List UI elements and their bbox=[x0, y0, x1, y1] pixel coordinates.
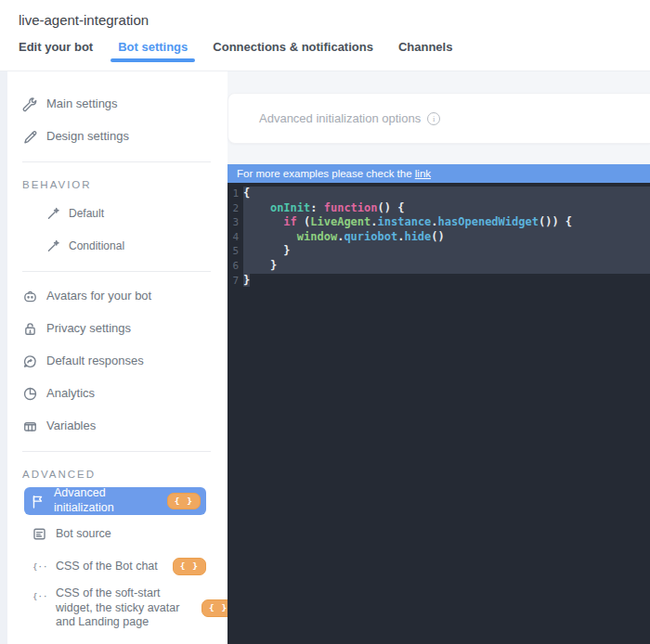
line-number: 5 bbox=[228, 244, 243, 259]
sidebar-item-label: Default bbox=[69, 207, 206, 221]
tab-bot-settings[interactable]: Bot settings bbox=[118, 40, 188, 62]
sidebar-item-label: Bot source bbox=[56, 527, 206, 542]
sidebar-item-avatars-for-your-bot[interactable]: Avatars for your bot bbox=[22, 280, 206, 313]
sidebar-item-main-settings[interactable]: Main settings bbox=[22, 88, 206, 121]
sidebar-item-default[interactable]: Default bbox=[45, 198, 206, 230]
code-badge: { } bbox=[167, 493, 201, 510]
sidebar-item-label: Default responses bbox=[46, 354, 206, 368]
lock-icon bbox=[22, 321, 38, 337]
sidebar-item-label: CSS of the Bot chat bbox=[56, 560, 164, 574]
app-window: live-agent-integration Edit your botBot … bbox=[0, 0, 650, 644]
code-badge: { } bbox=[173, 558, 206, 575]
examples-link[interactable]: link bbox=[415, 168, 431, 179]
sidebar-divider bbox=[22, 451, 211, 452]
sidebar-item-default-responses[interactable]: Default responses bbox=[22, 345, 206, 378]
css-icon: {··} bbox=[32, 588, 47, 604]
tab-channels[interactable]: Channels bbox=[398, 40, 453, 62]
tab-label: Bot settings bbox=[118, 40, 188, 54]
active-tab-underline bbox=[110, 58, 195, 62]
code-text: window.quriobot.hide() bbox=[243, 230, 650, 245]
sidebar-item-label: Design settings bbox=[46, 129, 206, 144]
sidebar-item-label: Avatars for your bot bbox=[46, 289, 206, 303]
code-text: } bbox=[243, 244, 650, 259]
sidebar-item-analytics[interactable]: Analytics bbox=[22, 378, 206, 410]
sidebar-section-behavior: BEHAVIOR bbox=[22, 175, 220, 194]
tab-connections-notifications[interactable]: Connections & notifications bbox=[213, 40, 373, 62]
code-text: } bbox=[243, 274, 650, 289]
advanced-options-card: Advanced initialization options i bbox=[228, 93, 650, 144]
sidebar-item-variables[interactable]: Variables bbox=[22, 410, 206, 443]
line-number: 2 bbox=[228, 201, 243, 216]
card-title: Advanced initialization options bbox=[259, 111, 421, 125]
wrench-icon bbox=[22, 97, 38, 112]
tab-label: Channels bbox=[398, 40, 453, 54]
sidebar-section-advanced: ADVANCED bbox=[22, 465, 220, 483]
code-line[interactable]: 5 } bbox=[228, 244, 650, 259]
sidebar-item-privacy-settings[interactable]: Privacy settings bbox=[22, 313, 206, 345]
line-number: 4 bbox=[228, 230, 243, 245]
robot-icon bbox=[22, 289, 38, 304]
sidebar-item-css-of-the-soft-start-widget-the-sticky-[interactable]: {··}CSS of the soft-start widget, the st… bbox=[32, 583, 206, 634]
settings-sidebar: Main settingsDesign settingsBEHAVIORDefa… bbox=[7, 71, 228, 644]
tab-bar: Edit your botBot settingsConnections & n… bbox=[0, 40, 650, 62]
svg-text:{··}: {··} bbox=[32, 592, 47, 601]
line-number: 6 bbox=[228, 259, 243, 274]
code-editor[interactable]: 1{2 onInit: function() {3 if (LiveAgent.… bbox=[228, 183, 650, 644]
code-text: } bbox=[243, 259, 650, 274]
tab-label: Edit your bot bbox=[19, 40, 93, 54]
code-line[interactable]: 6 } bbox=[228, 259, 650, 274]
flag-icon bbox=[30, 494, 46, 509]
sidebar-item-advanced-initialization[interactable]: Advanced initialization{ } bbox=[24, 487, 206, 515]
code-text: onInit: function() { bbox=[243, 201, 650, 216]
css-icon: {··} bbox=[32, 559, 47, 574]
code-line[interactable]: 4 window.quriobot.hide() bbox=[228, 230, 650, 245]
main-panel: Advanced initialization options i For mo… bbox=[228, 71, 650, 644]
brush-icon bbox=[22, 129, 38, 145]
sidebar-item-label: Variables bbox=[46, 419, 206, 433]
code-line[interactable]: 2 onInit: function() { bbox=[228, 201, 650, 216]
sidebar-divider bbox=[22, 161, 211, 162]
code-text: if (LiveAgent.instance.hasOpenedWidget()… bbox=[243, 215, 650, 230]
left-edge-strip bbox=[0, 71, 7, 644]
code-line[interactable]: 3 if (LiveAgent.instance.hasOpenedWidget… bbox=[228, 215, 650, 230]
code-line[interactable]: 7} bbox=[228, 274, 650, 289]
info-icon[interactable]: i bbox=[427, 112, 440, 125]
tab-edit-your-bot[interactable]: Edit your bot bbox=[19, 40, 93, 62]
line-number: 7 bbox=[228, 274, 243, 289]
sidebar-item-bot-source[interactable]: Bot source bbox=[32, 518, 206, 550]
sidebar-item-label: Advanced initialization bbox=[54, 486, 159, 515]
banner-text: For more examples please check the bbox=[237, 168, 415, 179]
line-number: 1 bbox=[228, 187, 243, 201]
sidebar-item-label: Privacy settings bbox=[46, 321, 206, 336]
svg-text:{··}: {··} bbox=[32, 562, 47, 572]
line-number: 3 bbox=[228, 215, 243, 230]
code-line[interactable]: 1{ bbox=[228, 187, 650, 201]
page-title: live-agent-integration bbox=[0, 0, 650, 28]
pie-chart-icon bbox=[22, 386, 38, 402]
sidebar-item-label: Conditional bbox=[69, 239, 206, 253]
code-badge: { } bbox=[202, 599, 228, 617]
code-text: { bbox=[243, 187, 650, 201]
chat-reply-icon bbox=[22, 354, 38, 369]
sidebar-item-label: Main settings bbox=[46, 97, 206, 111]
examples-banner: For more examples please check the link bbox=[228, 164, 650, 183]
source-icon bbox=[32, 526, 47, 542]
sidebar-item-label: Analytics bbox=[46, 386, 206, 401]
body-row: Main settingsDesign settingsBEHAVIORDefa… bbox=[0, 71, 650, 644]
page-header: live-agent-integration Edit your botBot … bbox=[0, 0, 650, 71]
bricks-icon bbox=[22, 419, 38, 434]
sidebar-divider bbox=[22, 271, 211, 272]
sidebar-item-label: CSS of the soft-start widget, the sticky… bbox=[56, 586, 193, 630]
sidebar-item-design-settings[interactable]: Design settings bbox=[22, 121, 206, 153]
sidebar-item-conditional[interactable]: Conditional bbox=[45, 230, 206, 263]
wand-icon bbox=[45, 238, 60, 254]
tab-label: Connections & notifications bbox=[213, 40, 373, 54]
wand-icon bbox=[45, 206, 60, 222]
sidebar-item-css-of-the-bot-chat[interactable]: {··}CSS of the Bot chat{ } bbox=[32, 550, 206, 583]
